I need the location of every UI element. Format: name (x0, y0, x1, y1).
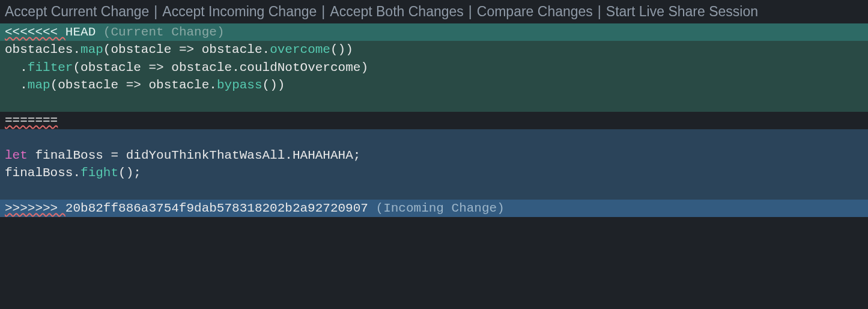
accept-current-change-action[interactable]: Accept Current Change (5, 2, 149, 21)
codelens-separator: | (149, 2, 162, 21)
code-line[interactable]: obstacles.map(obstacle => obstacle.overc… (0, 41, 868, 58)
code-line[interactable]: .filter(obstacle => obstacle.couldNotOve… (0, 59, 868, 76)
conflict-current-header[interactable]: <<<<<<< HEAD (Current Change) (0, 23, 868, 41)
accept-incoming-change-action[interactable]: Accept Incoming Change (162, 2, 317, 21)
merge-codelens-bar: Accept Current Change | Accept Incoming … (0, 0, 868, 23)
code-blank-line[interactable] (0, 129, 868, 147)
code-blank-line[interactable] (0, 94, 868, 112)
conflict-divider[interactable]: ======= (0, 112, 868, 129)
codelens-separator: | (593, 2, 606, 21)
conflict-divider-marker: ======= (5, 114, 58, 127)
code-line[interactable]: .map(obstacle => obstacle.bypass()) (0, 76, 868, 94)
accept-both-changes-action[interactable]: Accept Both Changes (330, 2, 463, 21)
conflict-marker-start: <<<<<<< (5, 25, 65, 39)
compare-changes-action[interactable]: Compare Changes (477, 2, 593, 21)
conflict-incoming-ref: 20b82ff886a3754f9dab578318202b2a92720907 (65, 201, 368, 215)
code-line[interactable]: let finalBoss = didYouThinkThatWasAll.HA… (0, 147, 868, 164)
conflict-current-label: (Current Change) (103, 25, 225, 39)
conflict-incoming-label: (Incoming Change) (376, 201, 505, 215)
conflict-incoming-header[interactable]: >>>>>>> 20b82ff886a3754f9dab578318202b2a… (0, 200, 868, 217)
code-blank-line[interactable] (0, 182, 868, 200)
code-line[interactable]: finalBoss.fight(); (0, 164, 868, 182)
conflict-current-ref: HEAD (65, 25, 96, 39)
start-live-share-action[interactable]: Start Live Share Session (606, 2, 758, 21)
conflict-marker-end: >>>>>>> (5, 201, 65, 215)
codelens-separator: | (464, 2, 477, 21)
codelens-separator: | (317, 2, 330, 21)
